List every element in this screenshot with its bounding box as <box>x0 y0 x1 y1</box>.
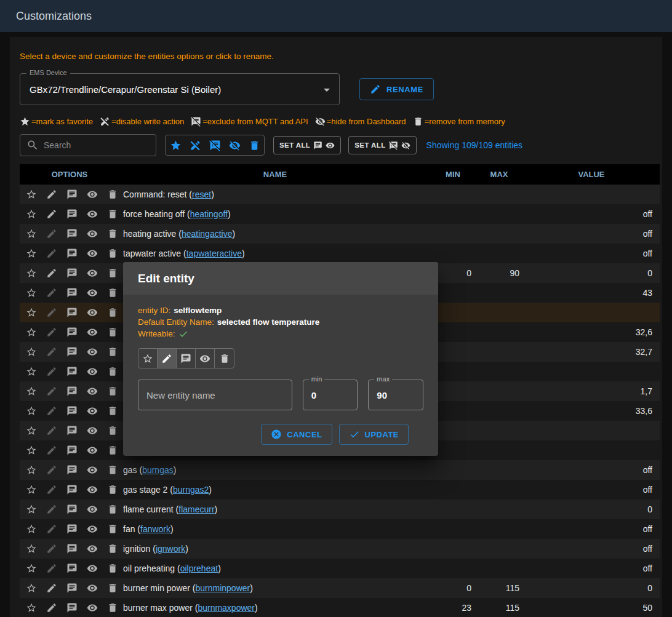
row-comment-button[interactable] <box>66 228 78 239</box>
entity-link[interactable]: fanwork <box>140 524 170 534</box>
row-comment-button[interactable] <box>66 327 78 338</box>
row-comment-button[interactable] <box>66 405 78 416</box>
row-delete-button[interactable] <box>107 425 118 436</box>
new-entity-name-input[interactable] <box>146 390 284 400</box>
row-delete-button[interactable] <box>107 366 118 377</box>
entity-link[interactable]: heatingactive <box>182 229 233 239</box>
row-comment-button[interactable] <box>66 464 78 476</box>
row-eye-button[interactable] <box>87 346 98 357</box>
row-comment-button[interactable] <box>66 209 78 220</box>
row-eye-button[interactable] <box>87 405 98 416</box>
entity-link[interactable]: burngas2 <box>173 485 209 495</box>
row-eye-button[interactable] <box>87 543 98 554</box>
row-comment-button[interactable] <box>66 425 78 436</box>
row-eye-button[interactable] <box>87 307 98 318</box>
row-edit-button[interactable] <box>46 189 57 200</box>
row-delete-button[interactable] <box>107 386 118 397</box>
row-delete-button[interactable] <box>107 228 118 239</box>
set-all-hide-button[interactable]: SET ALL <box>348 136 416 154</box>
row-eye-button[interactable] <box>87 327 98 338</box>
row-delete-button[interactable] <box>107 504 118 515</box>
modal-toggle-delete-button[interactable] <box>215 349 234 368</box>
entity-link[interactable]: reset <box>192 189 211 199</box>
row-delete-button[interactable] <box>107 327 118 338</box>
row-delete-button[interactable] <box>107 248 118 259</box>
row-comment-button[interactable] <box>66 602 78 613</box>
row-star-button[interactable] <box>26 543 37 554</box>
row-comment-button[interactable] <box>66 287 78 298</box>
row-comment-button[interactable] <box>66 366 78 377</box>
row-comment-button[interactable] <box>66 346 78 357</box>
row-eye-button[interactable] <box>87 523 98 535</box>
row-delete-button[interactable] <box>107 563 118 574</box>
row-edit-button[interactable] <box>46 228 57 239</box>
row-star-button[interactable] <box>26 602 37 613</box>
row-edit-button[interactable] <box>46 543 57 554</box>
row-star-button[interactable] <box>26 386 37 397</box>
row-eye-button[interactable] <box>87 228 98 239</box>
row-star-button[interactable] <box>26 425 37 436</box>
row-eye-button[interactable] <box>87 484 98 495</box>
row-eye-button[interactable] <box>87 248 98 259</box>
row-star-button[interactable] <box>26 248 37 259</box>
search-input[interactable] <box>44 140 150 150</box>
row-edit-button[interactable] <box>46 346 57 357</box>
row-star-button[interactable] <box>26 523 37 535</box>
filter-edit-off-button[interactable] <box>185 135 205 155</box>
row-delete-button[interactable] <box>107 346 118 357</box>
row-star-button[interactable] <box>26 287 37 298</box>
row-delete-button[interactable] <box>107 484 118 495</box>
row-comment-button[interactable] <box>66 248 78 259</box>
row-eye-button[interactable] <box>87 583 98 594</box>
entity-link[interactable]: oilpreheat <box>180 563 218 573</box>
row-star-button[interactable] <box>26 209 37 220</box>
row-eye-button[interactable] <box>87 287 98 298</box>
row-eye-button[interactable] <box>87 464 98 476</box>
row-edit-button[interactable] <box>46 327 57 338</box>
row-delete-button[interactable] <box>107 543 118 554</box>
filter-delete-button[interactable] <box>244 135 264 155</box>
modal-toggle-comment-button[interactable] <box>177 349 196 368</box>
row-delete-button[interactable] <box>107 445 118 456</box>
entity-link[interactable]: burnmaxpower <box>198 603 255 613</box>
row-star-button[interactable] <box>26 366 37 377</box>
row-delete-button[interactable] <box>107 602 118 613</box>
row-edit-button[interactable] <box>46 583 57 594</box>
row-comment-button[interactable] <box>66 523 78 535</box>
cancel-button[interactable]: CANCEL <box>261 424 332 445</box>
row-comment-button[interactable] <box>66 504 78 515</box>
row-edit-button[interactable] <box>46 425 57 436</box>
row-edit-button[interactable] <box>46 563 57 574</box>
row-eye-button[interactable] <box>87 425 98 436</box>
entity-link[interactable]: heatingoff <box>190 209 228 219</box>
row-eye-button[interactable] <box>87 504 98 515</box>
row-eye-button[interactable] <box>87 386 98 397</box>
row-edit-button[interactable] <box>46 464 57 476</box>
row-edit-button[interactable] <box>46 445 57 456</box>
row-edit-button[interactable] <box>46 405 57 416</box>
row-star-button[interactable] <box>26 504 37 515</box>
set-all-show-button[interactable]: SET ALL <box>273 136 341 154</box>
row-edit-button[interactable] <box>46 523 57 535</box>
row-comment-button[interactable] <box>66 583 78 594</box>
filter-star-filled-button[interactable] <box>166 135 185 155</box>
row-delete-button[interactable] <box>107 268 118 279</box>
rename-button[interactable]: RENAME <box>359 78 434 100</box>
modal-toggle-star-button[interactable] <box>138 349 158 368</box>
row-delete-button[interactable] <box>107 287 118 298</box>
modal-toggle-edit-button[interactable] <box>158 349 177 368</box>
row-edit-button[interactable] <box>46 602 57 613</box>
filter-comment-off-button[interactable] <box>205 135 225 155</box>
row-delete-button[interactable] <box>107 189 118 200</box>
row-eye-button[interactable] <box>87 445 98 456</box>
row-delete-button[interactable] <box>107 307 118 318</box>
row-edit-button[interactable] <box>46 287 57 298</box>
row-comment-button[interactable] <box>66 307 78 318</box>
update-button[interactable]: UPDATE <box>339 424 409 445</box>
entity-link[interactable]: burnminpower <box>196 583 250 593</box>
row-edit-button[interactable] <box>46 307 57 318</box>
max-input[interactable] <box>377 390 415 400</box>
entity-link[interactable]: tapwateractive <box>186 249 242 258</box>
row-eye-button[interactable] <box>87 366 98 377</box>
min-input[interactable] <box>311 390 350 400</box>
